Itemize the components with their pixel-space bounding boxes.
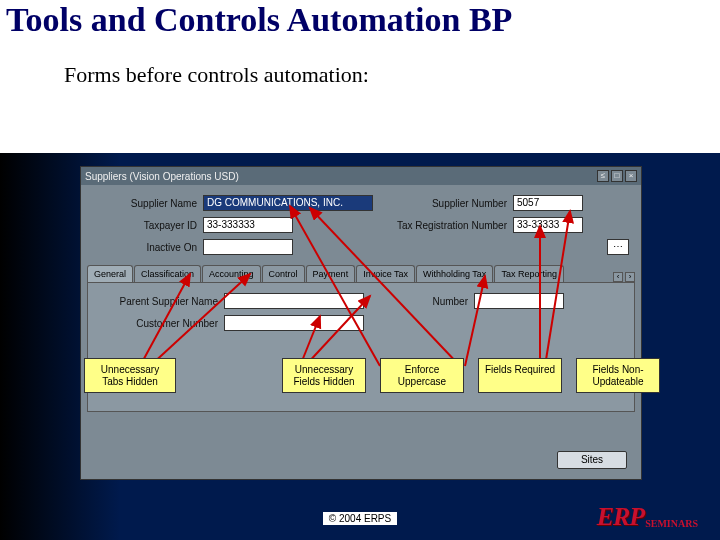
taxpayer-id-label: Taxpayer ID xyxy=(93,220,203,231)
taxpayer-id-field[interactable]: 33-333333 xyxy=(203,217,293,233)
supplier-number-field[interactable]: 5057 xyxy=(513,195,583,211)
sites-button[interactable]: Sites xyxy=(557,451,627,469)
window-controls: ≤ □ × xyxy=(597,170,637,182)
callout-tabs-hidden: Unnecessary Tabs Hidden xyxy=(84,358,176,393)
tab-control[interactable]: Control xyxy=(262,265,305,282)
tax-reg-label: Tax Registration Number xyxy=(373,220,513,231)
window-titlebar: Suppliers (Vision Operations USD) ≤ □ × xyxy=(81,167,641,185)
tab-scroll: ‹ › xyxy=(613,272,635,282)
callout-enforce-uppercase: Enforce Uppercase xyxy=(380,358,464,393)
inactive-on-field[interactable] xyxy=(203,239,293,255)
inactive-on-label: Inactive On xyxy=(93,242,203,253)
logo: ERP SEMINARS xyxy=(597,502,698,532)
slide-subtitle: Forms before controls automation: xyxy=(0,44,720,94)
parent-supplier-label: Parent Supplier Name xyxy=(94,296,224,307)
slide-title: Tools and Controls Automation BP xyxy=(0,0,720,44)
lov-button[interactable]: ⋯ xyxy=(607,239,629,255)
tab-classification[interactable]: Classification xyxy=(134,265,201,282)
tab-withholding-tax[interactable]: Withholding Tax xyxy=(416,265,493,282)
tab-tax-reporting[interactable]: Tax Reporting xyxy=(494,265,564,282)
callout-row: Unnecessary Tabs Hidden Unnecessary Fiel… xyxy=(92,358,660,393)
number-label: Number xyxy=(364,296,474,307)
close-icon[interactable]: × xyxy=(625,170,637,182)
tab-invoice-tax[interactable]: Invoice Tax xyxy=(356,265,415,282)
logo-seminars: SEMINARS xyxy=(645,518,698,529)
callout-fields-hidden: Unnecessary Fields Hidden xyxy=(282,358,366,393)
tab-payment[interactable]: Payment xyxy=(306,265,356,282)
copyright-text: © 2004 ERPS xyxy=(323,512,397,525)
resize-icon[interactable]: ≤ xyxy=(597,170,609,182)
callout-fields-required: Fields Required xyxy=(478,358,562,393)
tax-reg-field[interactable]: 33-33333 xyxy=(513,217,583,233)
customer-number-label: Customer Number xyxy=(94,318,224,329)
callout-non-updateable: Fields Non-Updateable xyxy=(576,358,660,393)
tab-accounting[interactable]: Accounting xyxy=(202,265,261,282)
tab-scroll-right-icon[interactable]: › xyxy=(625,272,635,282)
tab-general[interactable]: General xyxy=(87,265,133,282)
suppliers-window: Suppliers (Vision Operations USD) ≤ □ × … xyxy=(80,166,642,480)
tab-scroll-left-icon[interactable]: ‹ xyxy=(613,272,623,282)
maximize-icon[interactable]: □ xyxy=(611,170,623,182)
tab-bar: General Classification Accounting Contro… xyxy=(87,265,635,282)
parent-supplier-field[interactable] xyxy=(224,293,364,309)
customer-number-field[interactable] xyxy=(224,315,364,331)
supplier-name-field[interactable]: DG COMMUNICATIONS, INC. xyxy=(203,195,373,211)
logo-erp: ERP xyxy=(597,502,645,532)
supplier-number-label: Supplier Number xyxy=(373,198,513,209)
window-title-text: Suppliers (Vision Operations USD) xyxy=(85,171,239,182)
slide: Tools and Controls Automation BP Forms b… xyxy=(0,0,720,540)
form-header-area: Supplier Name DG COMMUNICATIONS, INC. Su… xyxy=(81,185,641,255)
supplier-name-label: Supplier Name xyxy=(93,198,203,209)
number-field[interactable] xyxy=(474,293,564,309)
